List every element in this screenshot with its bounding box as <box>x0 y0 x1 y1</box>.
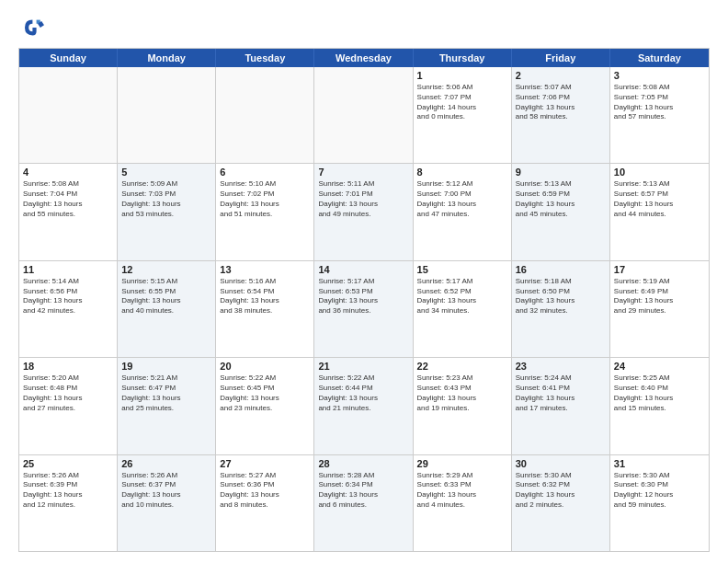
cell-info-text: Sunrise: 5:30 AM Sunset: 6:30 PM Dayligh… <box>614 471 705 511</box>
header-day-thursday: Thursday <box>414 49 512 67</box>
calendar-row-1: 4Sunrise: 5:08 AM Sunset: 7:04 PM Daylig… <box>19 164 709 260</box>
calendar-cell-0-4: 1Sunrise: 5:06 AM Sunset: 7:07 PM Daylig… <box>414 67 512 163</box>
cell-info-text: Sunrise: 5:27 AM Sunset: 6:36 PM Dayligh… <box>220 471 310 511</box>
day-number: 14 <box>318 264 408 275</box>
header-day-saturday: Saturday <box>610 49 709 67</box>
calendar-cell-0-5: 2Sunrise: 5:07 AM Sunset: 7:06 PM Daylig… <box>512 67 610 163</box>
day-number: 15 <box>417 264 507 275</box>
day-number: 2 <box>516 70 606 81</box>
calendar-header: SundayMondayTuesdayWednesdayThursdayFrid… <box>19 49 709 67</box>
header <box>18 15 710 40</box>
cell-info-text: Sunrise: 5:08 AM Sunset: 7:05 PM Dayligh… <box>614 83 705 122</box>
day-number: 17 <box>614 264 705 275</box>
day-number: 5 <box>121 167 211 178</box>
cell-info-text: Sunrise: 5:30 AM Sunset: 6:32 PM Dayligh… <box>516 471 606 511</box>
calendar-cell-2-0: 11Sunrise: 5:14 AM Sunset: 6:56 PM Dayli… <box>19 261 118 357</box>
day-number: 7 <box>318 167 408 178</box>
calendar-cell-1-0: 4Sunrise: 5:08 AM Sunset: 7:04 PM Daylig… <box>19 164 118 259</box>
day-number: 18 <box>23 361 113 372</box>
cell-info-text: Sunrise: 5:20 AM Sunset: 6:48 PM Dayligh… <box>23 373 113 413</box>
calendar: SundayMondayTuesdayWednesdayThursdayFrid… <box>18 48 710 552</box>
cell-info-text: Sunrise: 5:14 AM Sunset: 6:56 PM Dayligh… <box>23 277 113 316</box>
day-number: 11 <box>23 264 113 275</box>
cell-info-text: Sunrise: 5:08 AM Sunset: 7:04 PM Dayligh… <box>23 179 113 219</box>
calendar-cell-2-6: 17Sunrise: 5:19 AM Sunset: 6:49 PM Dayli… <box>610 261 709 357</box>
cell-info-text: Sunrise: 5:24 AM Sunset: 6:41 PM Dayligh… <box>516 373 606 413</box>
calendar-cell-2-2: 13Sunrise: 5:16 AM Sunset: 6:54 PM Dayli… <box>216 261 314 357</box>
calendar-cell-4-6: 31Sunrise: 5:30 AM Sunset: 6:30 PM Dayli… <box>610 455 709 551</box>
header-day-sunday: Sunday <box>19 49 118 67</box>
day-number: 24 <box>614 361 705 372</box>
logo-icon <box>18 15 44 40</box>
cell-info-text: Sunrise: 5:26 AM Sunset: 6:39 PM Dayligh… <box>23 471 113 511</box>
cell-info-text: Sunrise: 5:17 AM Sunset: 6:52 PM Dayligh… <box>417 277 507 316</box>
cell-info-text: Sunrise: 5:28 AM Sunset: 6:34 PM Dayligh… <box>318 471 408 511</box>
calendar-cell-2-4: 15Sunrise: 5:17 AM Sunset: 6:52 PM Dayli… <box>414 261 512 357</box>
cell-info-text: Sunrise: 5:15 AM Sunset: 6:55 PM Dayligh… <box>121 277 211 316</box>
day-number: 3 <box>614 70 705 81</box>
calendar-cell-3-5: 23Sunrise: 5:24 AM Sunset: 6:41 PM Dayli… <box>512 358 610 454</box>
day-number: 31 <box>614 458 705 469</box>
header-day-monday: Monday <box>118 49 216 67</box>
day-number: 29 <box>417 458 507 469</box>
cell-info-text: Sunrise: 5:18 AM Sunset: 6:50 PM Dayligh… <box>516 277 606 316</box>
day-number: 8 <box>417 167 507 178</box>
day-number: 22 <box>417 361 507 372</box>
cell-info-text: Sunrise: 5:19 AM Sunset: 6:49 PM Dayligh… <box>614 277 705 316</box>
day-number: 19 <box>121 361 211 372</box>
calendar-cell-4-5: 30Sunrise: 5:30 AM Sunset: 6:32 PM Dayli… <box>512 455 610 551</box>
calendar-cell-3-1: 19Sunrise: 5:21 AM Sunset: 6:47 PM Dayli… <box>118 358 216 454</box>
header-day-tuesday: Tuesday <box>216 49 314 67</box>
calendar-cell-0-6: 3Sunrise: 5:08 AM Sunset: 7:05 PM Daylig… <box>610 67 709 163</box>
calendar-cell-1-3: 7Sunrise: 5:11 AM Sunset: 7:01 PM Daylig… <box>314 164 413 259</box>
cell-info-text: Sunrise: 5:22 AM Sunset: 6:44 PM Dayligh… <box>318 373 408 413</box>
calendar-cell-2-5: 16Sunrise: 5:18 AM Sunset: 6:50 PM Dayli… <box>512 261 610 357</box>
header-day-friday: Friday <box>512 49 610 67</box>
calendar-cell-4-2: 27Sunrise: 5:27 AM Sunset: 6:36 PM Dayli… <box>216 455 314 551</box>
calendar-cell-4-1: 26Sunrise: 5:26 AM Sunset: 6:37 PM Dayli… <box>118 455 216 551</box>
cell-info-text: Sunrise: 5:22 AM Sunset: 6:45 PM Dayligh… <box>220 373 310 413</box>
cell-info-text: Sunrise: 5:25 AM Sunset: 6:40 PM Dayligh… <box>614 373 705 413</box>
calendar-cell-0-0 <box>19 67 118 163</box>
calendar-cell-2-1: 12Sunrise: 5:15 AM Sunset: 6:55 PM Dayli… <box>118 261 216 357</box>
calendar-cell-4-0: 25Sunrise: 5:26 AM Sunset: 6:39 PM Dayli… <box>19 455 118 551</box>
day-number: 23 <box>516 361 606 372</box>
day-number: 9 <box>516 167 606 178</box>
cell-info-text: Sunrise: 5:13 AM Sunset: 6:57 PM Dayligh… <box>614 179 705 219</box>
day-number: 6 <box>220 167 310 178</box>
cell-info-text: Sunrise: 5:12 AM Sunset: 7:00 PM Dayligh… <box>417 179 507 219</box>
cell-info-text: Sunrise: 5:13 AM Sunset: 6:59 PM Dayligh… <box>516 179 606 219</box>
calendar-cell-4-4: 29Sunrise: 5:29 AM Sunset: 6:33 PM Dayli… <box>414 455 512 551</box>
calendar-row-4: 25Sunrise: 5:26 AM Sunset: 6:39 PM Dayli… <box>19 455 709 551</box>
day-number: 16 <box>516 264 606 275</box>
day-number: 26 <box>121 458 211 469</box>
day-number: 13 <box>220 264 310 275</box>
day-number: 10 <box>614 167 705 178</box>
calendar-row-2: 11Sunrise: 5:14 AM Sunset: 6:56 PM Dayli… <box>19 261 709 358</box>
logo <box>18 15 48 40</box>
header-day-wednesday: Wednesday <box>314 49 413 67</box>
calendar-cell-3-3: 21Sunrise: 5:22 AM Sunset: 6:44 PM Dayli… <box>314 358 413 454</box>
cell-info-text: Sunrise: 5:26 AM Sunset: 6:37 PM Dayligh… <box>121 471 211 511</box>
page: SundayMondayTuesdayWednesdayThursdayFrid… <box>0 0 728 563</box>
calendar-cell-0-1 <box>118 67 216 163</box>
calendar-cell-1-1: 5Sunrise: 5:09 AM Sunset: 7:03 PM Daylig… <box>118 164 216 259</box>
cell-info-text: Sunrise: 5:10 AM Sunset: 7:02 PM Dayligh… <box>220 179 310 219</box>
calendar-cell-0-2 <box>216 67 314 163</box>
cell-info-text: Sunrise: 5:29 AM Sunset: 6:33 PM Dayligh… <box>417 471 507 511</box>
cell-info-text: Sunrise: 5:16 AM Sunset: 6:54 PM Dayligh… <box>220 277 310 316</box>
calendar-cell-1-6: 10Sunrise: 5:13 AM Sunset: 6:57 PM Dayli… <box>610 164 709 259</box>
calendar-cell-3-6: 24Sunrise: 5:25 AM Sunset: 6:40 PM Dayli… <box>610 358 709 454</box>
calendar-cell-1-5: 9Sunrise: 5:13 AM Sunset: 6:59 PM Daylig… <box>512 164 610 259</box>
cell-info-text: Sunrise: 5:09 AM Sunset: 7:03 PM Dayligh… <box>121 179 211 219</box>
day-number: 21 <box>318 361 408 372</box>
day-number: 30 <box>516 458 606 469</box>
calendar-cell-0-3 <box>314 67 413 163</box>
cell-info-text: Sunrise: 5:06 AM Sunset: 7:07 PM Dayligh… <box>417 83 507 122</box>
cell-info-text: Sunrise: 5:23 AM Sunset: 6:43 PM Dayligh… <box>417 373 507 413</box>
calendar-cell-2-3: 14Sunrise: 5:17 AM Sunset: 6:53 PM Dayli… <box>314 261 413 357</box>
cell-info-text: Sunrise: 5:21 AM Sunset: 6:47 PM Dayligh… <box>121 373 211 413</box>
day-number: 20 <box>220 361 310 372</box>
day-number: 27 <box>220 458 310 469</box>
calendar-cell-1-2: 6Sunrise: 5:10 AM Sunset: 7:02 PM Daylig… <box>216 164 314 259</box>
